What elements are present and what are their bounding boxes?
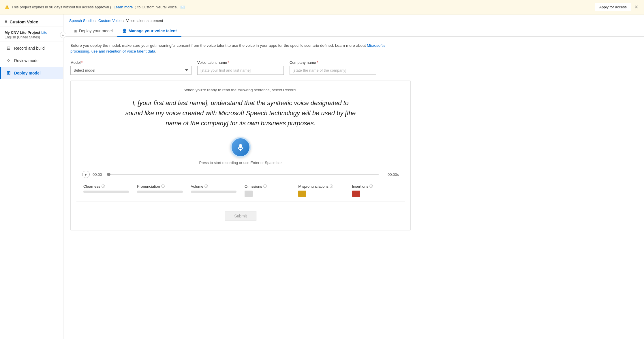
content-area: Before you deploy the model, make sure y…: [63, 37, 644, 236]
sidebar-item-label-deploy: Deploy model: [14, 71, 41, 75]
clearness-bar: [83, 191, 129, 193]
sidebar: ≡ Custom Voice ‹‹ My CNV Lite Project Li…: [0, 14, 63, 339]
metric-volume: Volume ⓘ: [187, 184, 241, 193]
sidebar-item-label-review: Review model: [14, 58, 40, 63]
model-required: *: [81, 60, 82, 65]
omissions-swatch: [245, 191, 253, 197]
mic-icon: [236, 143, 245, 152]
sidebar-item-review[interactable]: ✧ Review model: [0, 54, 63, 67]
sidebar-item-label-record: Record and build: [14, 46, 45, 51]
volume-bar: [191, 191, 236, 193]
metric-clearness-label: Clearness ⓘ: [83, 184, 129, 189]
sidebar-collapse-button[interactable]: ‹‹: [60, 32, 66, 38]
form-row: Model* Select model Voice talent name* C…: [70, 60, 637, 75]
breadcrumb-speech-studio[interactable]: Speech Studio: [69, 18, 94, 23]
close-banner-button[interactable]: ✕: [633, 4, 639, 10]
record-icon: ⊟: [5, 45, 11, 51]
company-input[interactable]: [290, 66, 376, 75]
mic-button[interactable]: [230, 137, 251, 158]
metric-omissions: Omissions ⓘ: [241, 184, 294, 197]
breadcrumb-custom-voice[interactable]: Custom Voice: [98, 18, 121, 23]
sidebar-header: ≡ Custom Voice: [0, 14, 63, 27]
tabs-bar: ⊞ Deploy your model 👤 Manage your voice …: [63, 26, 644, 37]
clearness-info-icon[interactable]: ⓘ: [102, 184, 105, 189]
voice-talent-group: Voice talent name*: [197, 60, 284, 75]
mispronunciations-info-icon[interactable]: ⓘ: [330, 184, 333, 189]
email-icon: ✉️: [180, 5, 185, 9]
hamburger-icon: ≡: [5, 19, 7, 24]
metric-insertions: Insertions ⓘ: [348, 184, 402, 197]
submit-row: Submit: [76, 206, 405, 223]
omissions-info-icon[interactable]: ⓘ: [263, 184, 267, 189]
divider: [76, 202, 405, 202]
metric-omissions-label: Omissions ⓘ: [245, 184, 290, 189]
review-icon: ✧: [5, 58, 11, 63]
metric-clearness: Clearness ⓘ: [79, 184, 133, 193]
model-group: Model* Select model: [70, 60, 191, 75]
breadcrumb-sep-2: ›: [123, 18, 124, 23]
banner-message: ⚠️ This project expires in 90 days witho…: [5, 5, 185, 9]
voice-talent-label: Voice talent name*: [197, 60, 284, 65]
project-name: My CNV Lite Project Lite: [5, 30, 59, 35]
mic-hint: Press to start recording or use Enter or…: [199, 161, 282, 165]
apply-access-button[interactable]: Apply for access: [595, 3, 631, 11]
model-label: Model*: [70, 60, 191, 65]
company-group: Company name*: [290, 60, 376, 75]
audio-bar: ▶ 00:00 00:00s: [76, 171, 405, 178]
time-start: 00:00: [93, 172, 104, 177]
metrics-row: Clearness ⓘ Pronunciation ⓘ: [76, 184, 405, 197]
sidebar-item-deploy[interactable]: ⊞ Deploy model: [0, 67, 63, 79]
sidebar-title: Custom Voice: [10, 19, 38, 24]
insertions-swatch: [352, 191, 360, 197]
time-end: 00:00s: [382, 172, 399, 177]
pronunciation-info-icon[interactable]: ⓘ: [161, 184, 165, 189]
top-banner: ⚠️ This project expires in 90 days witho…: [0, 0, 644, 14]
description-text: Before you deploy the model, make sure y…: [70, 43, 388, 55]
tab-manage-icon: 👤: [122, 29, 127, 33]
deploy-icon: ⊞: [5, 70, 11, 76]
recording-instruction: When you're ready to read the following …: [76, 88, 405, 92]
tab-deploy-model[interactable]: ⊞ Deploy your model: [69, 26, 117, 37]
metric-mispronunciations-label: Mispronunciations ⓘ: [298, 184, 344, 189]
tab-manage-label: Manage your voice talent: [129, 29, 177, 33]
breadcrumb-sep-1: ›: [95, 18, 97, 23]
tab-manage-voice-talent[interactable]: 👤 Manage your voice talent: [117, 26, 181, 37]
progress-track[interactable]: [107, 174, 379, 175]
metric-mispronunciations: Mispronunciations ⓘ: [294, 184, 348, 197]
tab-deploy-icon: ⊞: [74, 29, 77, 33]
model-select[interactable]: Select model: [70, 66, 191, 75]
project-section: My CNV Lite Project Lite English (United…: [0, 27, 63, 42]
progress-thumb: [107, 173, 110, 176]
company-required: *: [317, 60, 318, 65]
submit-button[interactable]: Submit: [225, 211, 256, 221]
main-content: Speech Studio › Custom Voice › Voice tal…: [63, 14, 644, 339]
company-label: Company name*: [290, 60, 376, 65]
learn-more-link[interactable]: Learn more: [114, 5, 133, 9]
warning-icon: ⚠️: [5, 5, 9, 9]
project-language: English (United States): [5, 35, 59, 39]
tab-deploy-label: Deploy your model: [79, 29, 113, 33]
sidebar-item-record[interactable]: ⊟ Record and build: [0, 42, 63, 54]
mic-container: Press to start recording or use Enter or…: [76, 137, 405, 165]
recording-card: When you're ready to read the following …: [70, 81, 411, 231]
voice-talent-required: *: [228, 60, 229, 65]
play-button[interactable]: ▶: [82, 171, 90, 178]
metric-pronunciation: Pronunciation ⓘ: [133, 184, 187, 193]
breadcrumb-current: Voice talent statement: [126, 18, 163, 23]
banner-actions: Apply for access ✕: [595, 3, 639, 11]
volume-info-icon[interactable]: ⓘ: [204, 184, 208, 189]
metric-volume-label: Volume ⓘ: [191, 184, 236, 189]
mispronunciations-swatch: [298, 191, 306, 197]
pronunciation-bar: [137, 191, 183, 193]
consent-text: I, [your first and last name], understan…: [125, 98, 356, 128]
banner-text1: This project expires in 90 days without …: [12, 5, 111, 9]
banner-text2: ) to Custom Neural Voice.: [135, 5, 178, 9]
insertions-info-icon[interactable]: ⓘ: [369, 184, 373, 189]
metric-pronunciation-label: Pronunciation ⓘ: [137, 184, 183, 189]
metric-insertions-label: Insertions ⓘ: [352, 184, 398, 189]
breadcrumb: Speech Studio › Custom Voice › Voice tal…: [63, 14, 644, 26]
voice-talent-input[interactable]: [197, 66, 284, 75]
